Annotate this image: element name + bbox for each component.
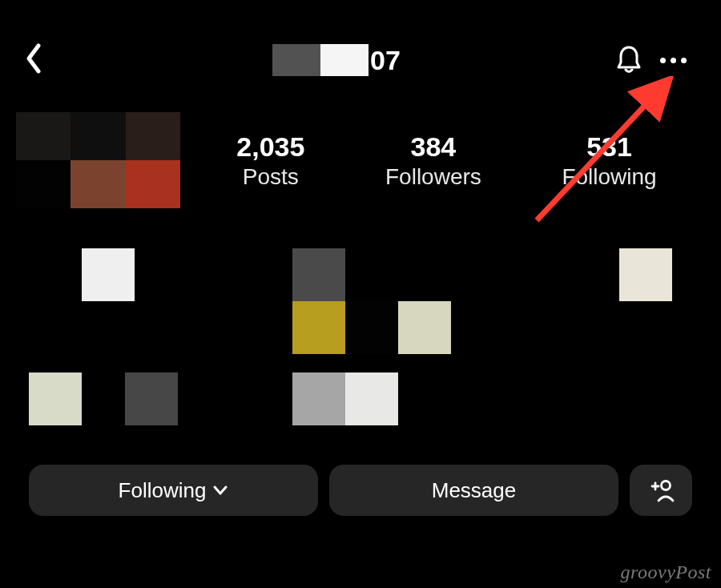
username-suffix: 07 [370, 45, 401, 76]
dot-icon [660, 58, 666, 63]
profile-avatar[interactable] [16, 112, 180, 208]
bio-area-redacted [0, 248, 721, 457]
notifications-button[interactable] [609, 45, 649, 75]
profile-header: 07 [0, 0, 721, 96]
followers-label: Followers [385, 164, 481, 190]
redacted-pixel [125, 373, 178, 425]
dot-icon [671, 58, 676, 63]
following-label: Following [562, 164, 656, 190]
redacted-pixel [345, 373, 398, 425]
avatar-pixel [70, 112, 125, 160]
following-count: 531 [562, 131, 656, 163]
action-buttons: Following Message [0, 465, 721, 516]
profile-stats-row: 2,035 Posts 384 Followers 531 Following [0, 96, 721, 224]
posts-label: Posts [236, 164, 304, 190]
redacted-pixel [292, 248, 345, 301]
message-button-label: Message [432, 478, 517, 503]
redacted-pixel [345, 301, 398, 354]
chevron-down-icon [212, 485, 228, 496]
back-button[interactable] [24, 42, 64, 78]
svg-point-2 [662, 481, 671, 490]
add-person-icon [647, 478, 675, 502]
avatar-pixel [16, 160, 70, 208]
suggest-users-button[interactable] [630, 465, 692, 516]
chevron-left-icon [24, 42, 43, 75]
username: 07 [64, 44, 609, 76]
redacted-block [320, 44, 369, 76]
followers-stat[interactable]: 384 Followers [385, 131, 481, 190]
followers-count: 384 [385, 131, 481, 163]
following-stat[interactable]: 531 Following [562, 131, 656, 190]
more-options-button[interactable] [649, 58, 697, 63]
watermark: groovyPost [621, 562, 711, 583]
avatar-pixel [16, 112, 70, 160]
following-button[interactable]: Following [29, 465, 318, 516]
posts-stat[interactable]: 2,035 Posts [236, 131, 304, 190]
redacted-pixel [82, 248, 135, 301]
following-button-label: Following [119, 478, 207, 503]
stats-group: 2,035 Posts 384 Followers 531 Following [196, 131, 697, 190]
redacted-pixel [619, 248, 672, 301]
redacted-pixel [398, 301, 451, 354]
redacted-pixel [292, 373, 345, 425]
avatar-pixel [126, 160, 180, 208]
redacted-block [272, 44, 320, 76]
redacted-pixel [29, 373, 82, 425]
bell-icon [615, 45, 642, 75]
avatar-pixel [126, 112, 180, 160]
redacted-pixel [292, 301, 345, 354]
dot-icon [681, 58, 687, 63]
avatar-pixel [70, 160, 125, 208]
posts-count: 2,035 [236, 131, 304, 163]
message-button[interactable]: Message [329, 465, 618, 516]
